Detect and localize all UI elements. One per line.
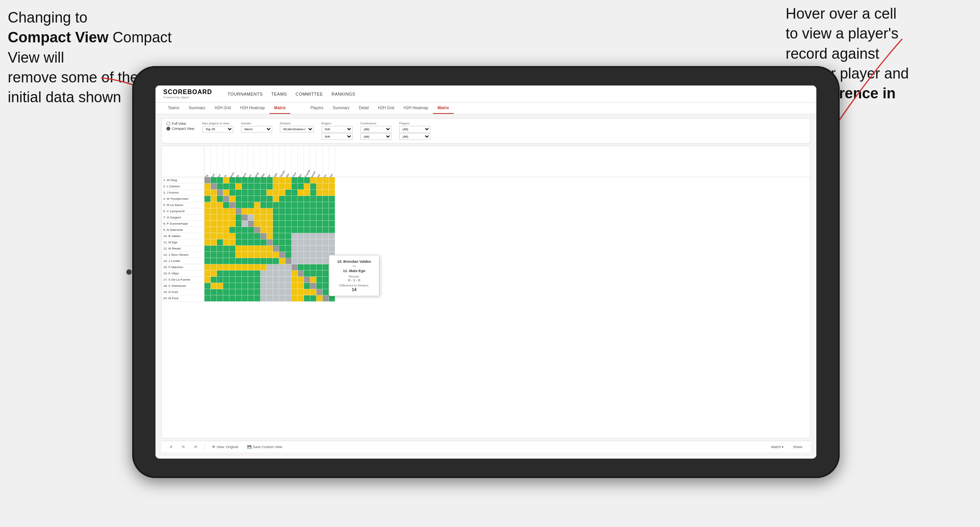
cell-15-1[interactable] — [211, 270, 217, 277]
cell-7-3[interactable] — [223, 221, 229, 227]
cell-15-7[interactable] — [248, 270, 254, 277]
cell-8-20[interactable] — [329, 227, 335, 233]
cell-6-16[interactable] — [304, 215, 310, 221]
cell-1-7[interactable] — [248, 183, 254, 190]
cell-10-17[interactable] — [310, 239, 316, 246]
players-select1[interactable]: (All) — [399, 126, 430, 133]
cell-10-8[interactable] — [254, 239, 260, 246]
cell-7-2[interactable] — [217, 221, 223, 227]
cell-7-0[interactable] — [204, 221, 211, 227]
cell-19-20[interactable] — [329, 295, 335, 302]
cell-16-19[interactable] — [323, 277, 329, 283]
cell-5-2[interactable] — [217, 208, 223, 215]
cell-7-4[interactable] — [229, 221, 236, 227]
cell-3-2[interactable] — [217, 196, 223, 202]
cell-11-16[interactable] — [304, 246, 310, 252]
cell-5-13[interactable] — [285, 208, 292, 215]
cell-15-11[interactable] — [273, 270, 279, 277]
cell-13-7[interactable] — [248, 258, 254, 264]
cell-8-12[interactable] — [279, 227, 285, 233]
cell-4-15[interactable] — [298, 202, 304, 208]
cell-8-16[interactable] — [304, 227, 310, 233]
cell-12-5[interactable] — [236, 252, 242, 258]
cell-0-16[interactable] — [304, 177, 310, 183]
cell-2-8[interactable] — [254, 190, 260, 196]
cell-4-18[interactable] — [316, 202, 323, 208]
full-view-option[interactable]: Full View — [166, 122, 194, 126]
cell-2-7[interactable] — [248, 190, 254, 196]
cell-0-7[interactable] — [248, 177, 254, 183]
cell-7-8[interactable] — [254, 221, 260, 227]
cell-16-6[interactable] — [242, 277, 248, 283]
cell-13-1[interactable] — [211, 258, 217, 264]
cell-7-6[interactable] — [242, 221, 248, 227]
cell-10-13[interactable] — [285, 239, 292, 246]
undo-btn[interactable]: ↺ — [167, 444, 175, 450]
cell-0-12[interactable] — [279, 177, 285, 183]
cell-9-2[interactable] — [217, 233, 223, 239]
cell-0-3[interactable] — [223, 177, 229, 183]
cell-5-8[interactable] — [254, 208, 260, 215]
cell-12-16[interactable] — [304, 252, 310, 258]
tab-summary2[interactable]: Summary — [328, 103, 354, 114]
cell-6-3[interactable] — [223, 215, 229, 221]
cell-2-15[interactable] — [298, 190, 304, 196]
conference-select2[interactable]: (All) — [360, 133, 391, 140]
cell-2-2[interactable] — [217, 190, 223, 196]
conference-select1[interactable]: (All) — [360, 126, 391, 133]
cell-16-0[interactable] — [204, 277, 211, 283]
cell-7-16[interactable] — [304, 221, 310, 227]
cell-4-2[interactable] — [217, 202, 223, 208]
cell-0-15[interactable] — [298, 177, 304, 183]
cell-17-15[interactable] — [298, 283, 304, 289]
cell-8-9[interactable] — [260, 227, 267, 233]
cell-5-5[interactable] — [236, 208, 242, 215]
cell-8-18[interactable] — [316, 227, 323, 233]
cell-9-16[interactable] — [304, 233, 310, 239]
cell-6-14[interactable] — [292, 215, 298, 221]
cell-16-10[interactable] — [267, 277, 273, 283]
cell-3-1[interactable] — [211, 196, 217, 202]
cell-10-6[interactable] — [242, 239, 248, 246]
cell-8-2[interactable] — [217, 227, 223, 233]
cell-2-16[interactable] — [304, 190, 310, 196]
cell-7-11[interactable] — [273, 221, 279, 227]
cell-13-10[interactable] — [267, 258, 273, 264]
cell-16-17[interactable] — [310, 277, 316, 283]
cell-15-9[interactable] — [260, 270, 267, 277]
cell-19-3[interactable] — [223, 295, 229, 302]
cell-11-7[interactable] — [248, 246, 254, 252]
cell-13-17[interactable] — [310, 258, 316, 264]
cell-4-7[interactable] — [248, 202, 254, 208]
cell-9-20[interactable] — [329, 233, 335, 239]
cell-6-18[interactable] — [316, 215, 323, 221]
cell-3-5[interactable] — [236, 196, 242, 202]
cell-19-7[interactable] — [248, 295, 254, 302]
cell-13-11[interactable] — [273, 258, 279, 264]
cell-9-15[interactable] — [298, 233, 304, 239]
cell-1-14[interactable] — [292, 183, 298, 190]
cell-3-18[interactable] — [316, 196, 323, 202]
cell-10-9[interactable] — [260, 239, 267, 246]
cell-1-20[interactable] — [329, 183, 335, 190]
cell-0-5[interactable] — [236, 177, 242, 183]
cell-4-16[interactable] — [304, 202, 310, 208]
tab-h2h-heatmap2[interactable]: H2H Heatmap — [399, 103, 433, 114]
share-btn[interactable]: Share — [791, 444, 805, 450]
cell-4-8[interactable] — [254, 202, 260, 208]
cell-0-18[interactable] — [316, 177, 323, 183]
cell-17-2[interactable] — [217, 283, 223, 289]
cell-9-9[interactable] — [260, 233, 267, 239]
cell-3-0[interactable] — [204, 196, 211, 202]
cell-17-5[interactable] — [236, 283, 242, 289]
cell-0-1[interactable] — [211, 177, 217, 183]
cell-3-9[interactable] — [260, 196, 267, 202]
nav-rankings[interactable]: RANKINGS — [332, 92, 355, 96]
cell-16-18[interactable] — [316, 277, 323, 283]
cell-1-15[interactable] — [298, 183, 304, 190]
cell-0-6[interactable] — [242, 177, 248, 183]
cell-14-0[interactable] — [204, 264, 211, 270]
cell-18-1[interactable] — [211, 289, 217, 295]
cell-5-4[interactable] — [229, 208, 236, 215]
cell-17-8[interactable] — [254, 283, 260, 289]
